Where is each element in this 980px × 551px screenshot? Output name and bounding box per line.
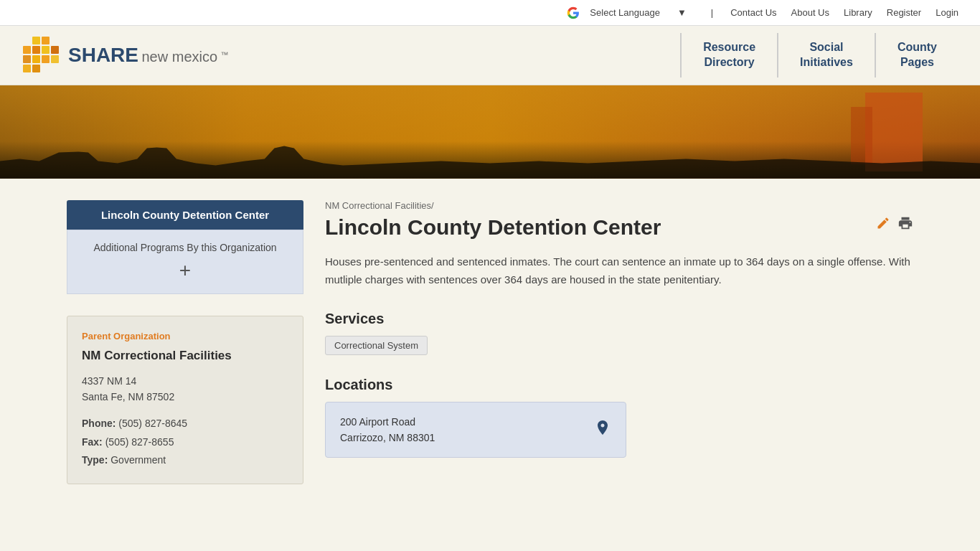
locations-section: Locations 200 Airport Road Carrizozo, NM… [325,377,913,458]
service-tag: Correctional System [325,336,428,355]
svg-rect-5 [23,55,31,63]
google-translate[interactable]: Select Language ▼ [567,6,693,19]
contact-us-link[interactable]: Contact Us [723,7,783,18]
register-link[interactable]: Register [880,7,928,18]
login-link[interactable]: Login [928,7,966,18]
parent-org-contact: Phone: (505) 827-8645 Fax: (505) 827-865… [82,415,288,469]
header: SHARE new mexico ™ Resource Directory So… [0,26,980,85]
locations-section-title: Locations [325,377,913,393]
address-line2: Santa Fe, NM 87502 [82,389,288,405]
location-line2: Carrizozo, NM 88301 [340,430,435,446]
svg-rect-6 [32,55,40,63]
map-pin-icon[interactable] [594,419,611,441]
additional-programs-section: Additional Programs By this Organization… [67,230,303,294]
location-card: 200 Airport Road Carrizozo, NM 88301 [325,402,626,458]
description: Houses pre-sentenced and sentenced inmat… [325,253,913,289]
org-title-bar: Lincoln County Detention Center [67,200,303,230]
fax-field: Fax: (505) 827-8655 [82,433,288,451]
edit-icon[interactable] [876,216,890,234]
additional-programs-label: Additional Programs By this Organization [79,242,291,253]
logo-area: SHARE new mexico ™ [22,35,229,75]
main-content: Lincoln County Detention Center Addition… [24,179,956,506]
svg-rect-4 [42,46,50,54]
page-title-row: Lincoln County Detention Center [325,215,913,240]
translate-arrow[interactable]: ▼ [670,7,694,18]
phone-field: Phone: (505) 827-8645 [82,415,288,433]
services-section-title: Services [325,311,913,327]
title-actions [876,215,913,235]
parent-org-address: 4337 NM 14 Santa Fe, NM 87502 [82,373,288,405]
hero-accent-secondary [851,107,872,164]
site-logo-icon [22,35,61,75]
top-bar: Select Language ▼ | Contact Us About Us … [0,0,980,26]
parent-org-card: Parent Organization NM Correctional Faci… [67,316,303,484]
print-icon[interactable] [897,215,913,235]
type-field: Type: Government [82,451,288,469]
svg-rect-7 [51,46,59,54]
top-bar-links: Select Language ▼ | Contact Us About Us … [567,6,966,19]
add-programs-button[interactable]: + [79,259,291,282]
svg-rect-2 [32,46,40,54]
svg-rect-10 [23,65,31,72]
hero-accent [865,93,923,171]
about-us-link[interactable]: About Us [784,7,837,18]
right-panel: NM Correctional Facilities/ Lincoln Coun… [325,200,913,484]
svg-rect-1 [32,37,40,44]
library-link[interactable]: Library [837,7,880,18]
logo-text: SHARE new mexico ™ [68,44,229,67]
parent-org-label: Parent Organization [82,331,288,342]
location-address: 200 Airport Road Carrizozo, NM 88301 [340,414,435,446]
translate-label[interactable]: Select Language [583,7,667,18]
left-panel: Lincoln County Detention Center Addition… [67,200,303,484]
nav-resource-directory[interactable]: Resource Directory [680,33,777,77]
breadcrumb: NM Correctional Facilities/ [325,200,913,211]
svg-rect-9 [51,55,59,63]
parent-org-name: NM Correctional Facilities [82,349,288,363]
main-nav: Resource Directory Social Initiatives Co… [680,33,958,77]
svg-rect-3 [42,37,50,44]
nav-county-pages[interactable]: County Pages [875,33,958,77]
address-line1: 4337 NM 14 [82,373,288,389]
page-title: Lincoln County Detention Center [325,215,862,240]
nav-social-initiatives[interactable]: Social Initiatives [777,33,875,77]
separator: | [704,7,720,18]
svg-rect-11 [32,65,40,72]
svg-rect-8 [42,55,50,63]
svg-rect-0 [23,46,31,54]
hero-banner [0,85,980,179]
location-line1: 200 Airport Road [340,414,435,430]
